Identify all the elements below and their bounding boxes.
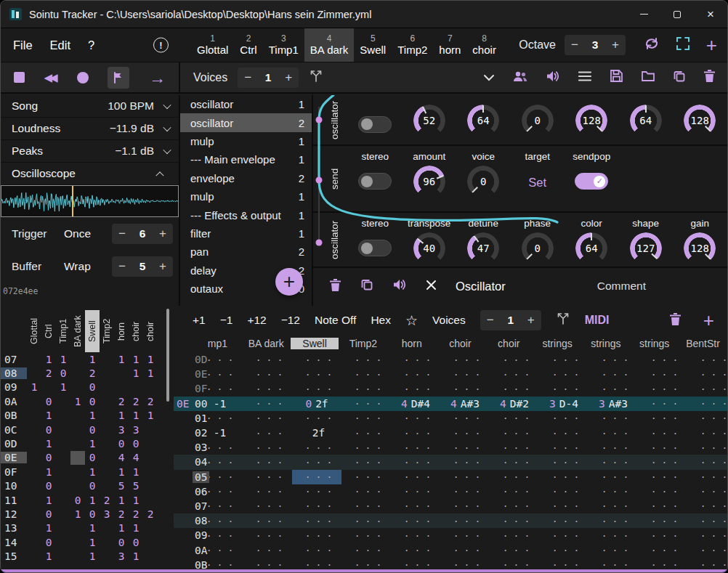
note-track-header[interactable]: choir — [436, 338, 485, 349]
note-cell[interactable]: ··· — [243, 397, 292, 411]
pattern-cell[interactable] — [143, 423, 158, 436]
detune-knob[interactable]: 64 — [467, 105, 499, 137]
buffer-increment-button[interactable]: + — [153, 259, 173, 274]
pattern-cell[interactable]: 1 — [70, 394, 85, 408]
pattern-cell[interactable] — [100, 535, 114, 549]
note-cell[interactable]: ··· — [391, 411, 440, 426]
detune-knob[interactable]: 47 — [467, 232, 499, 264]
pattern-cell[interactable] — [27, 465, 41, 479]
pattern-cell[interactable] — [143, 381, 158, 394]
pattern-cell[interactable]: 1 — [41, 521, 56, 535]
pattern-track-header[interactable]: Glottal — [27, 310, 41, 352]
note-off-button[interactable]: Note Off — [315, 314, 356, 327]
pattern-cell[interactable]: 1 — [56, 352, 70, 366]
note-track-header[interactable]: strings — [582, 338, 631, 349]
pattern-cell[interactable]: 4 — [114, 451, 129, 465]
note-cell[interactable]: ··· — [292, 440, 341, 455]
note-cell[interactable]: ··· — [341, 381, 391, 396]
pattern-cell[interactable]: 0 — [41, 423, 56, 436]
pattern-cell[interactable]: 3 — [114, 423, 129, 436]
pattern-cell[interactable] — [27, 366, 41, 380]
note-cell[interactable]: ··· — [490, 484, 539, 499]
note-cell[interactable]: ··· — [638, 440, 687, 455]
trigger-increment-button[interactable]: + — [153, 227, 173, 241]
pattern-cell[interactable] — [27, 493, 41, 507]
pattern-track-header[interactable]: Ctrl — [41, 310, 56, 352]
note-cell[interactable]: ··· — [539, 499, 589, 513]
note-cell[interactable]: ··· — [341, 426, 391, 440]
note-cell[interactable]: ··· — [490, 558, 539, 569]
pattern-cell[interactable]: 1 — [114, 352, 129, 366]
note-cell[interactable]: ··· — [589, 352, 638, 367]
pattern-cell[interactable] — [70, 366, 85, 380]
note-cell[interactable]: ··· — [292, 367, 341, 381]
pattern-cell[interactable]: 1 — [85, 409, 100, 423]
note-cell[interactable]: ··· — [440, 499, 490, 513]
pattern-cell[interactable]: 2 — [85, 366, 100, 380]
pattern-cell[interactable] — [41, 381, 56, 394]
color-knob[interactable]: 128 — [575, 105, 607, 137]
pattern-cell[interactable] — [100, 381, 114, 394]
note-cell[interactable]: ··· — [243, 352, 292, 367]
note-cell[interactable]: ··· — [292, 513, 341, 528]
pattern-cell[interactable]: 3 — [100, 507, 114, 521]
trash-icon[interactable] — [703, 69, 716, 86]
note-row-number[interactable]: 0E — [193, 368, 209, 380]
note-row-number[interactable]: 02 — [193, 427, 209, 439]
pattern-cell[interactable]: 0 — [85, 479, 100, 493]
note-cell[interactable]: ··· — [589, 484, 638, 499]
pattern-cell[interactable]: 5 — [114, 479, 129, 493]
note-cell[interactable]: ··· — [341, 542, 391, 557]
set-target-button[interactable]: Set — [528, 176, 546, 190]
pattern-cell[interactable] — [27, 549, 41, 563]
unit-list-item[interactable]: mulp 1 — [180, 132, 312, 150]
track-tab[interactable]: 2 Ctrl — [234, 28, 262, 62]
note-cell[interactable]: ··· — [638, 528, 687, 542]
note-cell[interactable]: ··· — [440, 513, 490, 528]
pattern-cell[interactable]: 1 — [85, 535, 100, 549]
stereo-toggle[interactable] — [358, 116, 392, 133]
play-arrow-icon[interactable]: → — [149, 70, 166, 85]
note-cell[interactable]: ··· — [292, 558, 341, 569]
pattern-cell[interactable]: 0 — [129, 535, 143, 549]
note-cell[interactable]: ··· — [243, 381, 292, 396]
pattern-cell[interactable]: 1 — [143, 366, 158, 380]
note-cell[interactable]: ··· — [539, 513, 589, 528]
pattern-cell[interactable] — [56, 549, 70, 563]
pattern-cell[interactable] — [56, 493, 70, 507]
note-cell[interactable]: ··· — [589, 558, 638, 569]
note-cell[interactable]: ··· — [440, 381, 490, 396]
pattern-cell[interactable]: 3 — [129, 423, 143, 436]
pattern-cell[interactable] — [70, 352, 85, 366]
pattern-cell[interactable] — [56, 423, 70, 436]
song-property-row[interactable]: Peaks −1.1 dB — [1, 140, 179, 163]
pattern-row-number[interactable]: 10 — [1, 480, 27, 492]
trigger-mode[interactable]: Once — [64, 227, 91, 240]
unit-list-item[interactable]: mulp 1 — [180, 187, 312, 206]
pattern-cell[interactable]: 1 — [129, 409, 143, 423]
buffer-mode[interactable]: Wrap — [64, 260, 91, 273]
note-cell[interactable]: ··· — [341, 411, 391, 426]
hex-toggle[interactable]: Hex — [371, 314, 391, 327]
note-track-header[interactable]: horn — [387, 338, 436, 349]
note-track-header[interactable]: mp1 — [193, 338, 242, 349]
note-track-header[interactable]: BA dark — [242, 338, 291, 349]
note-cell[interactable]: ··· — [391, 513, 440, 528]
open-folder-icon[interactable] — [641, 70, 655, 85]
pattern-cell[interactable] — [143, 436, 158, 450]
transpose-button[interactable]: +12 — [247, 314, 266, 327]
pattern-cell[interactable]: 0 — [41, 535, 56, 549]
chevron-down-icon[interactable] — [163, 146, 171, 154]
pattern-cell[interactable] — [129, 381, 143, 394]
pattern-row-number[interactable]: 12 — [1, 508, 27, 520]
pattern-cell[interactable] — [100, 479, 114, 493]
rewind-icon[interactable]: ◀◀ — [44, 71, 57, 84]
menu-item[interactable]: ? — [79, 38, 103, 52]
note-cell[interactable]: ··· — [539, 381, 589, 396]
note-cell[interactable]: 4D#2 — [490, 397, 539, 411]
note-cell[interactable]: ··· — [687, 470, 727, 484]
note-cell[interactable]: ··· — [243, 426, 292, 440]
note-cell[interactable]: ··· — [589, 426, 638, 440]
unit-list-item[interactable]: filter 1 — [180, 224, 312, 243]
note-cell[interactable]: ··· — [589, 381, 638, 396]
